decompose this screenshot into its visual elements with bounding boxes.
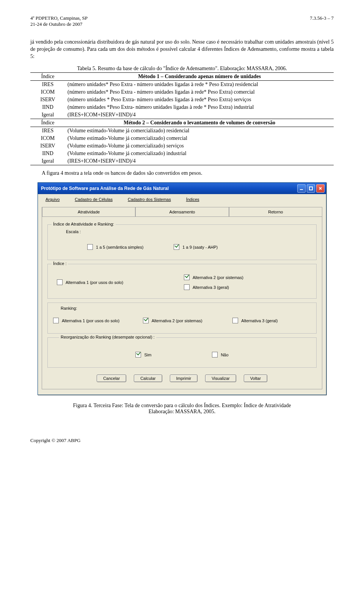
maximize-icon[interactable]	[307, 184, 315, 193]
escala-opt2-label: 1 a 9 (saaty - AHP)	[182, 245, 218, 249]
table-row: (IRES+ICOM+ISERV+IIND)/4	[65, 111, 334, 119]
table-row: (Volume estimado-Volume já comercializad…	[65, 150, 334, 157]
t5-h1-method: Método 1 – Considerando apenas número de…	[65, 72, 334, 80]
table-row: (número unidades* Peso Extra - número un…	[65, 88, 334, 96]
table-row: (Volume estimado-Volume já comercializad…	[65, 127, 334, 135]
table5-caption: Tabela 5. Resumo da base de cálculo do "…	[30, 66, 334, 72]
ranking-alt3-label: Alternativa 3 (geral)	[241, 318, 278, 323]
indice-alt3-label: Alternativa 3 (geral)	[193, 285, 229, 290]
figure4-caption-line2: Elaboração: MASSARA, 2005.	[30, 409, 334, 415]
figure4-caption-line1: Figura 4. Terceira Fase: Tela de convers…	[30, 403, 334, 409]
button-row: Cancelar Calcular Imprimir Visualizar Vo…	[47, 375, 317, 382]
paragraph-2: A figura 4 mostra a tela onde os bancos …	[30, 170, 334, 177]
table-row: (número unidades *Peso Extra- número uni…	[65, 103, 334, 111]
page-header: 4º PDPETRO, Campinas, SP 21-24 de Outubr…	[30, 15, 334, 27]
menu-cadastro-sistemas[interactable]: Cadastro dos Sistemas	[128, 197, 171, 202]
table-row: (Volume estimado-Volume já comercializad…	[65, 135, 334, 142]
table-row: (número unidades * Peso Extra- número un…	[65, 96, 334, 103]
indice-group-label: Índice :	[52, 261, 68, 266]
header-left-line2: 21-24 de Outubro de 2007	[30, 21, 88, 27]
cancelar-button[interactable]: Cancelar	[97, 375, 126, 382]
ranking-alt3-checkbox[interactable]	[232, 318, 238, 323]
svg-rect-0	[300, 189, 303, 190]
menu-arquivo[interactable]: Arquivo	[46, 197, 60, 202]
table-row: IIND	[30, 103, 65, 111]
paragraph-1: já vendido pela concessionária distribui…	[30, 39, 334, 60]
ranking-alt1-checkbox[interactable]	[53, 318, 59, 323]
footer-copyright: Copyright © 2007 ABPG	[30, 437, 334, 444]
indice-alt2-label: Alternativa 2 (por sistemas)	[193, 275, 243, 280]
indice-alt2-checkbox[interactable]	[184, 274, 190, 280]
ranking-alt2-checkbox[interactable]	[143, 318, 149, 323]
table-row: Igeral	[30, 157, 65, 165]
escala-opt2-checkbox[interactable]	[174, 244, 179, 250]
indice-alt1-checkbox[interactable]	[57, 279, 63, 285]
ranking-alt1-label: Alternativa 1 (por usos do solo)	[62, 318, 119, 323]
table-row: (Volume estimado-Volume já comercializad…	[65, 142, 334, 150]
tab-retorno[interactable]: Retorno	[229, 207, 322, 216]
t5-h2-method: Método 2 – Considerando o levantamento d…	[65, 119, 334, 127]
tab-row: Atratividade Adensamento Retorno	[42, 207, 322, 216]
menu-cadastro-celulas[interactable]: Cadastro de Células	[75, 197, 113, 202]
table-5: Índice Método 1 – Considerando apenas nú…	[30, 72, 334, 165]
table-row: ISERV	[30, 96, 65, 103]
voltar-button[interactable]: Voltar	[244, 375, 267, 382]
escala-label: Escala :	[64, 229, 82, 234]
tab-adensamento[interactable]: Adensamento	[136, 207, 229, 216]
escala-opt1-label: 1 a 5 (semântica simples)	[96, 245, 143, 249]
indice-alt3-checkbox[interactable]	[184, 284, 190, 290]
table-row: Igeral	[30, 111, 65, 119]
ranking-alt2-label: Alternativa 2 (por sistemas)	[152, 318, 202, 323]
calcular-button[interactable]: Calcular	[134, 375, 162, 382]
group-main-label: Índice de Atratividade e Ranking:	[52, 222, 116, 226]
indice-alt1-label: Alternativa 1 (por usos do solo)	[66, 280, 123, 285]
table-row: IRES	[30, 127, 65, 135]
t5-h1-idx: Índice	[30, 72, 65, 80]
close-icon[interactable]	[316, 184, 325, 193]
table-row: IRES	[30, 80, 65, 88]
t5-h2-idx: Índice	[30, 119, 65, 127]
window-title: Protótipo de Software para Análise da Re…	[41, 186, 169, 191]
visualizar-button[interactable]: Visualizar	[205, 375, 236, 382]
imprimir-button[interactable]: Imprimir	[170, 375, 198, 382]
tab-atratividade[interactable]: Atratividade	[42, 207, 135, 216]
svg-rect-1	[309, 187, 312, 190]
menu-indices[interactable]: Índices	[186, 197, 199, 202]
table-row: IIND	[30, 150, 65, 157]
reorg-group-label: Reorganização do Ranking (desempate opci…	[59, 335, 156, 339]
table-row: ICOM	[30, 88, 65, 96]
table-row: ICOM	[30, 135, 65, 142]
ranking-group-label: Ranking:	[59, 306, 78, 310]
header-right: 7.3.56-3 – 7	[310, 15, 334, 27]
reorg-sim-label: Sim	[144, 353, 151, 357]
table-row: (número unidades* Peso Extra - número un…	[65, 80, 334, 88]
reorg-nao-checkbox[interactable]	[212, 352, 218, 357]
reorg-sim-checkbox[interactable]	[135, 352, 141, 357]
minimize-icon[interactable]	[297, 184, 306, 193]
table-row: ISERV	[30, 142, 65, 150]
menubar: Arquivo Cadastro de Células Cadastro dos…	[38, 194, 326, 203]
escala-opt1-checkbox[interactable]	[87, 244, 93, 250]
reorg-nao-label: Não	[221, 353, 228, 357]
header-left-line1: 4º PDPETRO, Campinas, SP	[30, 15, 88, 21]
titlebar[interactable]: Protótipo de Software para Análise da Re…	[38, 183, 326, 194]
table-row: (IRES+ICOM+ISERV+IIND)/4	[65, 157, 334, 165]
app-window: Protótipo de Software para Análise da Re…	[38, 182, 326, 395]
